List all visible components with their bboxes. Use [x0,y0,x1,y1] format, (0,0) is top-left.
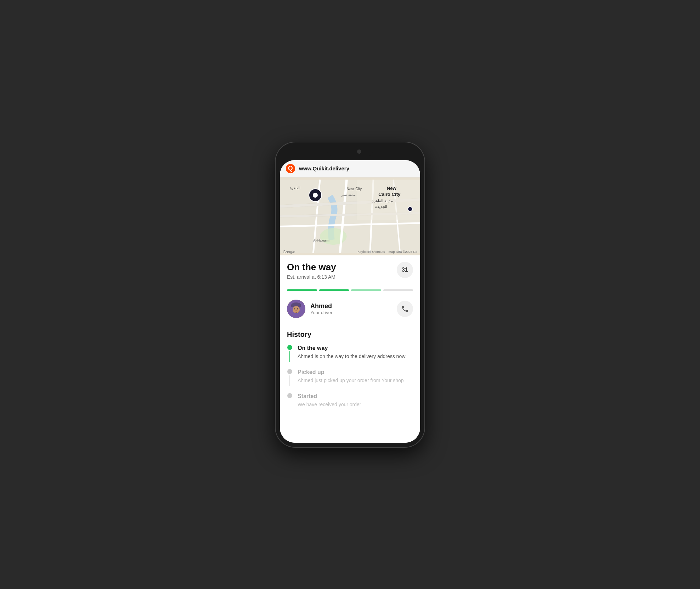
history-event-desc-1: Ahmed is on the way to the delivery addr… [298,353,405,360]
svg-text:مدينة القاهرة: مدينة القاهرة [372,199,393,203]
svg-text:القاهرة: القاهرة [290,186,300,190]
map-svg: New Cairo City مدينة القاهرة الجديدة Nas… [280,177,420,255]
browser-bar: Q www.Quikit.delivery [280,160,420,177]
history-item-left-1 [287,345,293,362]
history-line-2 [289,375,290,386]
history-dot-2 [287,369,292,374]
driver-section: Ahmed Your driver [280,295,420,324]
progress-segment-4 [383,289,413,291]
history-event-title-1: On the way [298,345,405,351]
driver-avatar [287,300,305,318]
phone-notch-area [280,147,420,159]
map-location-pin [308,188,322,202]
svg-point-22 [295,310,297,311]
progress-segment-3 [351,289,381,291]
map-area: New Cairo City مدينة القاهرة الجديدة Nas… [280,177,420,255]
status-title: On the way [287,262,336,273]
phone-frame: Q www.Quikit.delivery [276,142,424,447]
content-area: On the way Est. arrival at 6:13 AM 31 [280,255,420,443]
history-title: History [287,330,413,339]
svg-text:مدينة نصر: مدينة نصر [341,192,356,197]
history-item-right-1: On the way Ahmed is on the way to the de… [298,345,405,362]
driver-info: Ahmed Your driver [310,302,332,315]
history-item-left-3 [287,393,293,408]
status-left: On the way Est. arrival at 6:13 AM [287,262,336,280]
map-credits: Keyboard shortcuts Map data ©2025 Go [357,250,417,254]
progress-segment-2 [319,289,349,291]
history-item-right-2: Picked up Ahmed just picked up your orde… [298,369,404,386]
browser-url: www.Quikit.delivery [299,165,349,171]
svg-point-21 [297,308,298,309]
phone-icon [401,305,409,313]
history-event-title-2: Picked up [298,369,404,375]
svg-point-20 [294,308,295,309]
status-badge: 31 [397,262,413,278]
phone-notch [327,147,373,157]
map-footer: Google Keyboard shortcuts Map data ©2025… [283,250,417,254]
svg-text:New: New [387,185,397,191]
driver-role: Your driver [310,310,332,315]
svg-point-13 [408,206,412,211]
history-section: History On the way Ahmed is on the way t… [280,324,420,422]
driver-name: Ahmed [310,302,332,310]
phone-screen: Q www.Quikit.delivery [280,160,420,443]
phone-camera [357,149,361,154]
quikit-logo-icon: Q [286,164,295,174]
history-item-on-the-way: On the way Ahmed is on the way to the de… [287,345,413,362]
google-logo: Google [283,250,295,254]
history-dot-1 [287,345,292,350]
status-eta: Est. arrival at 6:13 AM [287,274,336,280]
history-item-picked-up: Picked up Ahmed just picked up your orde… [287,369,413,386]
history-item-right-3: Started We have received your order [298,393,361,408]
history-item-started: Started We have received your order [287,393,413,408]
history-event-desc-3: We have received your order [298,401,361,408]
history-dot-3 [287,393,292,398]
driver-left: Ahmed Your driver [287,300,332,318]
svg-text:الجديدة: الجديدة [375,204,387,209]
svg-text:Q: Q [288,165,293,172]
svg-point-15 [313,193,318,198]
history-event-desc-2: Ahmed just picked up your order from You… [298,377,404,384]
svg-text:Cairo City: Cairo City [378,191,401,197]
status-section: On the way Est. arrival at 6:13 AM 31 [280,255,420,285]
progress-bar [280,285,420,295]
history-item-left-2 [287,369,293,386]
svg-text:Al-Hawami: Al-Hawami [313,238,329,242]
svg-text:Nasr City: Nasr City [347,187,362,191]
history-line-1 [289,351,290,362]
svg-point-19 [293,306,300,313]
call-driver-button[interactable] [397,301,413,317]
history-event-title-3: Started [298,393,361,400]
progress-segment-1 [287,289,317,291]
